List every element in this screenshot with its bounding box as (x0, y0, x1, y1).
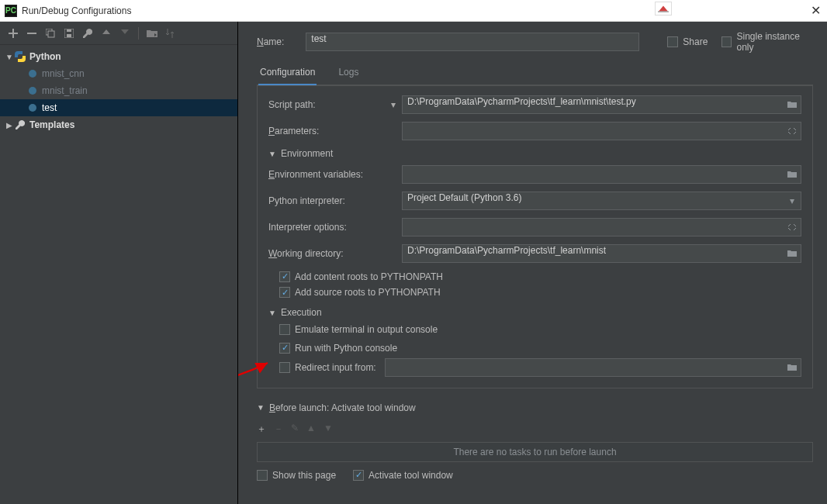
svg-point-8 (29, 87, 36, 95)
chevron-down-icon[interactable]: ▾ (787, 195, 798, 206)
redirect-input-label: Redirect input from: (295, 362, 376, 373)
parameters-input[interactable] (402, 122, 801, 140)
plus-icon[interactable] (8, 28, 19, 39)
emulate-terminal-checkbox[interactable]: Emulate terminal in output console (279, 324, 438, 335)
svg-point-9 (29, 104, 36, 112)
checkbox-icon (667, 36, 678, 47)
tree-item-test[interactable]: test (0, 99, 237, 116)
environment-section-header[interactable]: ▼ Environment (268, 148, 801, 159)
tree-node-templates[interactable]: ▶ Templates (0, 116, 237, 133)
tab-logs[interactable]: Logs (337, 62, 360, 85)
single-instance-label: Single instance only (736, 31, 813, 53)
execution-section-header[interactable]: ▼ Execution (268, 307, 801, 318)
python-interpreter-select[interactable]: Project Default (Python 3.6) ▾ (402, 192, 801, 210)
folder-icon[interactable] (787, 248, 798, 259)
before-launch-section: ▼ Before launch: Activate tool window ＋ … (257, 402, 813, 481)
tree-item-mnist-train[interactable]: mnist_train (0, 82, 237, 99)
run-python-console-checkbox[interactable]: Run with Python console (279, 343, 397, 354)
svg-rect-3 (48, 31, 54, 37)
redirect-input-checkbox[interactable]: Redirect input from: (279, 362, 385, 373)
plus-icon[interactable]: ＋ (257, 423, 266, 436)
python-icon (26, 103, 39, 112)
interpreter-options-input[interactable] (402, 218, 801, 236)
tree-label: mnist_cnn (42, 68, 85, 79)
python-icon (14, 51, 26, 62)
script-path-input[interactable]: D:\ProgramData\PycharmProjects\tf_learn\… (402, 95, 801, 114)
checkbox-icon (279, 324, 290, 335)
working-directory-value: D:\ProgramData\PycharmProjects\tf_learn\… (407, 245, 606, 256)
before-launch-header[interactable]: ▼ Before launch: Activate tool window (257, 402, 813, 413)
env-variables-label: Environment variables: (268, 169, 385, 180)
down-icon[interactable]: ▼ (324, 423, 333, 436)
config-tabs: Configuration Logs (257, 62, 813, 85)
config-tree: ▼ Python mnist_cnn mnist_train test (0, 45, 237, 504)
add-content-roots-checkbox[interactable]: Add content roots to PYTHONPATH (279, 271, 443, 282)
script-path-label: Script path: (268, 99, 385, 110)
tab-configuration[interactable]: Configuration (258, 62, 317, 85)
checkbox-icon (257, 470, 268, 481)
copy-icon[interactable] (45, 28, 56, 39)
name-input[interactable]: test (306, 33, 639, 51)
up-icon[interactable] (101, 28, 112, 39)
save-icon[interactable] (64, 28, 74, 39)
minus-icon[interactable] (26, 28, 37, 39)
env-variables-input[interactable] (402, 165, 801, 184)
run-python-console-label: Run with Python console (295, 343, 397, 354)
svg-rect-0 (658, 12, 669, 12)
tree-node-python[interactable]: ▼ Python (0, 48, 237, 65)
tree-label: test (42, 102, 57, 113)
svg-rect-6 (67, 29, 71, 32)
down-icon[interactable] (119, 28, 130, 39)
before-launch-toolbar: ＋ － ✎ ▲ ▼ (257, 419, 813, 439)
svg-rect-5 (67, 34, 71, 37)
tree-item-mnist-cnn[interactable]: mnist_cnn (0, 65, 237, 82)
chevron-down-icon[interactable]: ▾ (385, 99, 402, 110)
wrench-icon (14, 120, 26, 129)
close-icon[interactable]: ✕ (811, 3, 821, 18)
share-checkbox[interactable]: Share (667, 36, 708, 47)
checkbox-icon (279, 271, 290, 282)
tree-label: Templates (29, 119, 74, 130)
python-icon (26, 86, 39, 95)
folder-move-icon[interactable] (147, 28, 157, 39)
right-panel: Name: test Share Single instance only Co… (238, 22, 827, 504)
activate-tool-window-checkbox[interactable]: Activate tool window (353, 470, 453, 481)
python-icon (26, 69, 39, 78)
checkbox-icon (353, 470, 364, 481)
minus-icon[interactable]: － (274, 423, 283, 436)
before-launch-empty: There are no tasks to run before launch (257, 442, 813, 462)
window-title: Run/Debug Configurations (22, 5, 131, 16)
checkbox-icon (279, 287, 290, 298)
titlebar: PC Run/Debug Configurations ✕ (0, 0, 827, 22)
redirect-input-path[interactable] (385, 358, 801, 377)
folder-icon[interactable] (787, 99, 798, 110)
sort-icon[interactable] (165, 28, 176, 39)
folder-icon[interactable] (787, 169, 798, 180)
expand-icon[interactable] (787, 222, 798, 233)
add-content-roots-label: Add content roots to PYTHONPATH (295, 271, 443, 282)
tree-label: mnist_train (42, 85, 88, 96)
up-icon[interactable]: ▲ (306, 423, 316, 436)
checkbox-icon (721, 36, 732, 47)
environment-header-label: Environment (281, 148, 333, 159)
edit-icon[interactable]: ✎ (291, 423, 299, 436)
working-directory-input[interactable]: D:\ProgramData\PycharmProjects\tf_learn\… (402, 244, 801, 263)
expand-icon[interactable] (787, 126, 798, 136)
chevron-right-icon: ▶ (5, 121, 14, 129)
tree-label: Python (29, 51, 61, 62)
emulate-terminal-label: Emulate terminal in output console (295, 324, 438, 335)
name-value: test (311, 33, 326, 44)
show-this-page-checkbox[interactable]: Show this page (257, 470, 336, 481)
share-label: Share (683, 36, 708, 47)
svg-rect-1 (27, 33, 36, 34)
folder-icon[interactable] (787, 362, 798, 373)
add-source-roots-label: Add source roots to PYTHONPATH (295, 287, 441, 298)
wrench-icon[interactable] (82, 28, 93, 39)
python-interpreter-label: Python interpreter: (268, 195, 385, 206)
single-instance-checkbox[interactable]: Single instance only (721, 31, 813, 53)
working-directory-label: Working directory: (268, 248, 385, 259)
parameters-label: Parameters: (268, 126, 385, 136)
add-source-roots-checkbox[interactable]: Add source roots to PYTHONPATH (279, 287, 441, 298)
before-launch-label: Before launch: Activate tool window (269, 402, 416, 413)
interpreter-options-label: Interpreter options: (268, 222, 385, 233)
